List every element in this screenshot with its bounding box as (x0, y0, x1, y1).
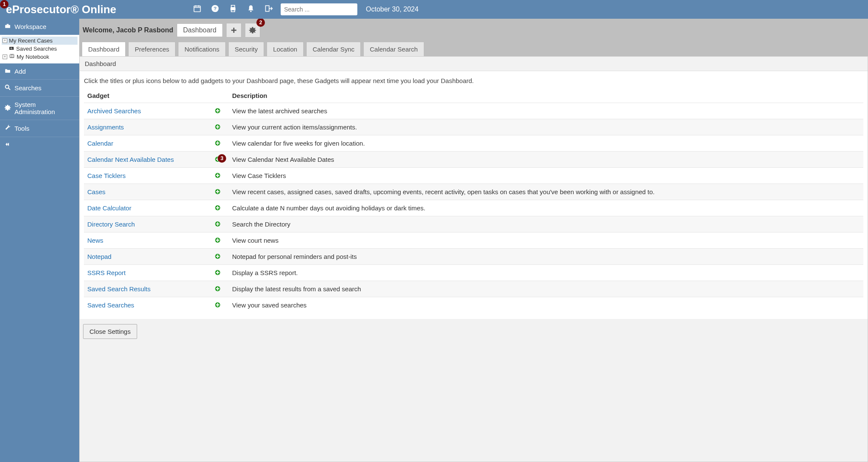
gadget-link[interactable]: Assignments (87, 123, 124, 131)
header-icon-group: ? (193, 4, 273, 15)
add-gadget-icon[interactable] (215, 108, 220, 113)
gadget-link[interactable]: Archived Searches (87, 107, 141, 115)
tree-expander-icon[interactable]: + (3, 38, 7, 43)
sidebar-tools-label: Tools (14, 125, 29, 132)
add-gadget-icon[interactable] (215, 124, 220, 129)
tab-location[interactable]: Location (267, 42, 304, 56)
add-gadget-icon[interactable] (215, 302, 220, 307)
col-gadget: Gadget (84, 89, 212, 103)
annotation-badge-1: 1 (0, 0, 9, 9)
sidebar-add-label: Add (14, 68, 26, 75)
gadget-row: Calendar Next Available Dates3View Calen… (84, 152, 863, 168)
gadget-link[interactable]: Saved Searches (87, 301, 134, 309)
tab-dashboard[interactable]: Dashboard (82, 42, 126, 56)
settings-button[interactable]: 2 (245, 23, 260, 37)
gadget-link[interactable]: News (87, 237, 103, 244)
gadget-row: Saved SearchesView your saved searches (84, 297, 863, 313)
sidebar-workspace[interactable]: Workspace (0, 19, 79, 35)
sidebar-sysadmin-label: System Administration (14, 101, 75, 115)
gadget-desc: View court news (229, 232, 863, 249)
tab-preferences[interactable]: Preferences (128, 42, 175, 56)
add-folder-icon (4, 68, 11, 75)
svg-text:?: ? (213, 6, 216, 11)
header-bar: eProsecutor® Online ? October 30, 2024 (0, 0, 868, 19)
gadget-desc: View recent cases, assigned cases, saved… (229, 184, 863, 200)
gadget-desc: Notepad for personal reminders and post-… (229, 249, 863, 265)
panel-header: Dashboard (80, 57, 868, 71)
gadget-row: SSRS ReportDisplay a SSRS report. (84, 265, 863, 281)
wrench-icon (4, 124, 11, 132)
add-tab-button[interactable] (226, 23, 241, 37)
main-content: Welcome, Jacob P Rasbond Dashboard 2 Das… (79, 19, 868, 462)
gadget-desc: Display a SSRS report. (229, 265, 863, 281)
tab-notifications[interactable]: Notifications (178, 42, 226, 56)
add-gadget-icon[interactable] (215, 270, 220, 275)
sidebar-tools[interactable]: Tools (0, 120, 79, 137)
sidebar-add[interactable]: Add (0, 63, 79, 80)
svg-rect-14 (9, 47, 14, 50)
sidebar-searches-label: Searches (14, 84, 41, 92)
svg-marker-22 (7, 143, 9, 146)
tree-my-notebook[interactable]: + My Notebook (2, 53, 78, 61)
gear-icon (4, 104, 11, 112)
gadget-row: Archived SearchesView the latest archive… (84, 103, 863, 119)
bell-icon[interactable] (247, 4, 255, 15)
tab-security[interactable]: Security (228, 42, 264, 56)
welcome-row: Welcome, Jacob P Rasbond Dashboard 2 (79, 19, 868, 42)
tab-calendar-sync[interactable]: Calendar Sync (306, 42, 361, 56)
gadget-link[interactable]: Notepad (87, 253, 112, 260)
add-gadget-icon[interactable] (215, 238, 220, 243)
dashboard-tab[interactable]: Dashboard (177, 23, 223, 37)
sidebar-searches[interactable]: Searches (0, 80, 79, 97)
tree-my-recent-cases[interactable]: + My Recent Cases (2, 37, 78, 45)
gadget-row: Directory SearchSearch the Directory (84, 216, 863, 232)
gadget-desc: View the latest archived searches (229, 103, 863, 119)
svg-marker-21 (6, 143, 7, 146)
intro-text: Click the titles or plus icons below to … (84, 77, 863, 84)
tree-saved-searches[interactable]: Saved Searches (2, 45, 78, 53)
svg-rect-10 (266, 6, 269, 11)
add-gadget-icon[interactable] (215, 205, 220, 210)
calendar-icon[interactable] (193, 4, 201, 15)
panel-body: Click the titles or plus icons below to … (80, 71, 868, 319)
content-panel: Dashboard Click the titles or plus icons… (79, 56, 868, 462)
annotation-badge-2: 2 (256, 19, 265, 27)
add-gadget-icon[interactable] (215, 173, 220, 178)
search-folder-icon (9, 46, 14, 52)
svg-point-9 (250, 11, 251, 12)
print-icon[interactable] (229, 4, 237, 15)
gadget-link[interactable]: Calendar (87, 140, 113, 147)
gadget-link[interactable]: Directory Search (87, 221, 135, 228)
gadget-desc: View Case Ticklers (229, 168, 863, 184)
workspace-icon (4, 23, 11, 30)
gadget-link[interactable]: Date Calculator (87, 204, 131, 212)
annotation-badge-3: 3 (218, 154, 226, 163)
workspace-tree: + My Recent Cases Saved Searches + My No… (0, 35, 79, 63)
gadget-link[interactable]: Saved Search Results (87, 285, 150, 293)
add-gadget-icon[interactable] (215, 254, 220, 259)
gadget-row: Case TicklersView Case Ticklers (84, 168, 863, 184)
gadget-link[interactable]: Case Ticklers (87, 172, 126, 179)
svg-rect-12 (5, 25, 10, 28)
gadget-row: Date CalculatorCalculate a date N number… (84, 200, 863, 216)
search-icon (4, 84, 11, 92)
sidebar-collapse[interactable] (0, 137, 79, 152)
gadget-link[interactable]: SSRS Report (87, 269, 126, 276)
gadget-desc: Display the latest results from a saved … (229, 281, 863, 297)
help-icon[interactable]: ? (211, 4, 219, 15)
add-gadget-icon[interactable] (215, 141, 220, 146)
search-input[interactable] (281, 3, 357, 15)
tab-calendar-search[interactable]: Calendar Search (363, 42, 424, 56)
logout-icon[interactable] (264, 4, 273, 15)
add-gadget-icon[interactable] (215, 286, 220, 291)
sidebar-sysadmin[interactable]: System Administration (0, 97, 79, 120)
gadget-link[interactable]: Cases (87, 188, 106, 195)
close-settings-button[interactable]: Close Settings (83, 324, 137, 339)
tree-expander-icon[interactable]: + (3, 55, 7, 59)
gadget-row: AssignmentsView your current action item… (84, 119, 863, 135)
close-settings-row: Close Settings (80, 319, 868, 344)
gadget-link[interactable]: Calendar Next Available Dates (87, 156, 174, 163)
add-gadget-icon[interactable] (215, 189, 220, 194)
add-gadget-icon[interactable] (215, 221, 220, 227)
svg-rect-7 (231, 5, 235, 7)
